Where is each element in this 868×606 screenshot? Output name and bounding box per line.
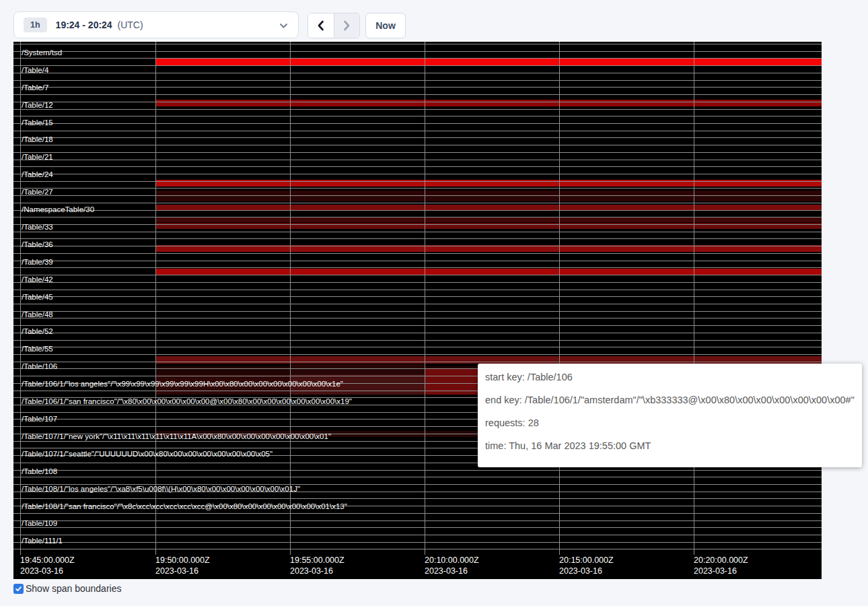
span-boundary-line xyxy=(13,87,822,88)
span-boundary-line xyxy=(13,282,822,283)
row-label: /Table/48 xyxy=(22,310,53,318)
axis-date: 2023-03-16 xyxy=(559,566,614,576)
span-boundary-line xyxy=(13,109,822,110)
row-label: /Table/107/1/"seattle"/"UUUUUUD\x00\x80\… xyxy=(22,450,273,458)
span-boundary-line xyxy=(13,58,822,59)
row-label: /Table/15 xyxy=(22,119,53,127)
tooltip-line: requests: 28 xyxy=(485,411,862,434)
span-boundary-line xyxy=(13,325,822,326)
row-label: /Table/36 xyxy=(22,240,53,248)
heat-band[interactable] xyxy=(156,356,822,364)
tooltip-line: time: Thu, 16 Mar 2023 19:55:00 GMT xyxy=(485,434,862,457)
time-boundary-line xyxy=(559,42,560,555)
row-label: /Table/39 xyxy=(22,258,53,266)
span-boundary-line xyxy=(13,145,822,145)
time-boundary-line xyxy=(20,42,21,555)
span-boundary-line xyxy=(13,102,822,102)
row-label: /Table/108 xyxy=(22,467,57,475)
span-boundary-line xyxy=(13,527,822,528)
span-boundary-line xyxy=(13,354,822,355)
span-boundary-line xyxy=(13,340,822,341)
axis-date: 2023-03-16 xyxy=(425,566,479,576)
span-boundary-line xyxy=(13,311,822,312)
chevron-down-icon xyxy=(279,23,288,29)
span-boundary-line xyxy=(13,347,822,347)
axis-time: 19:50:00.000Z xyxy=(155,556,210,565)
span-boundary-line xyxy=(13,246,822,246)
hover-tooltip: start key: /Table/106end key: /Table/106… xyxy=(478,364,862,467)
axis-tick-label: 20:10:00.000Z2023-03-16 xyxy=(425,556,479,576)
row-label: /Table/27 xyxy=(22,188,53,196)
span-boundary-line xyxy=(13,253,822,254)
span-boundary-line xyxy=(13,195,822,196)
row-label: /Table/107/1/"new york"/"\x11\x11\x11\x1… xyxy=(22,432,331,440)
row-label: /Table/7 xyxy=(22,83,48,92)
prev-time-button[interactable] xyxy=(308,13,334,38)
span-boundary-line xyxy=(13,232,822,232)
axis-date: 2023-03-16 xyxy=(290,566,345,576)
row-label: /Table/111/1 xyxy=(22,537,63,545)
span-boundary-line xyxy=(13,80,822,81)
span-boundary-line xyxy=(13,203,822,203)
span-boundary-line xyxy=(13,210,822,211)
span-boundary-line xyxy=(13,44,822,44)
axis-date: 2023-03-16 xyxy=(155,566,210,576)
axis-time: 20:10:00.000Z xyxy=(425,556,479,565)
time-range-dropdown[interactable]: 1h 19:24 - 20:24 (UTC) xyxy=(13,11,299,38)
row-label: /Table/106 xyxy=(22,362,57,370)
time-range-text: 19:24 - 20:24 (UTC) xyxy=(56,20,143,30)
show-span-boundaries-toggle[interactable]: Show span boundaries xyxy=(13,583,121,594)
axis-tick-label: 20:20:00.000Z2023-03-16 xyxy=(694,556,748,576)
row-label: /Table/52 xyxy=(22,327,53,335)
span-boundary-line xyxy=(13,160,822,160)
row-label: /Table/106/1/"los angeles"/"\x99\x99\x99… xyxy=(22,380,343,388)
row-label: /Table/45 xyxy=(22,293,53,301)
span-boundary-line xyxy=(13,131,822,131)
span-boundary-line xyxy=(13,304,822,304)
chevron-left-icon xyxy=(317,20,324,31)
span-boundary-line xyxy=(13,166,822,167)
row-label: /Table/55 xyxy=(22,345,53,353)
now-button[interactable]: Now xyxy=(365,13,406,38)
span-boundary-line xyxy=(13,261,822,261)
check-icon xyxy=(15,585,22,593)
span-boundary-line xyxy=(13,73,822,73)
show-span-boundaries-checkbox[interactable] xyxy=(13,584,24,594)
span-boundary-line xyxy=(13,296,822,297)
time-range-timezone: (UTC) xyxy=(118,20,143,30)
axis-tick-label: 19:45:00.000Z2023-03-16 xyxy=(20,556,75,576)
heat-band[interactable] xyxy=(156,59,822,65)
key-visualizer-canvas[interactable]: /System/tsd/Table/4/Table/7/Table/12/Tab… xyxy=(13,42,822,579)
span-boundary-line xyxy=(13,267,822,268)
span-boundary-line xyxy=(13,535,822,535)
heat-band[interactable] xyxy=(156,100,822,106)
span-boundary-line xyxy=(13,520,822,521)
span-boundary-line xyxy=(13,137,822,138)
chevron-right-icon xyxy=(343,20,351,31)
span-boundary-line xyxy=(13,477,822,477)
span-boundary-line xyxy=(13,318,822,318)
span-boundary-line xyxy=(13,65,822,66)
span-boundary-line xyxy=(13,513,822,514)
tooltip-line: end key: /Table/106/1/"amsterdam"/"\xb33… xyxy=(485,389,862,411)
axis-tick-label: 19:50:00.000Z2023-03-16 xyxy=(155,556,210,576)
span-boundary-line xyxy=(13,362,822,362)
span-boundary-line xyxy=(13,123,822,124)
time-range-value: 19:24 - 20:24 xyxy=(56,20,112,30)
next-time-button[interactable] xyxy=(334,13,360,38)
heat-band[interactable] xyxy=(291,364,425,374)
row-label: /Table/109 xyxy=(22,519,57,527)
span-boundary-line xyxy=(13,51,822,52)
span-boundary-line xyxy=(13,333,822,333)
span-boundary-line xyxy=(13,152,822,153)
span-boundary-line xyxy=(13,174,822,174)
tooltip-line: start key: /Table/106 xyxy=(485,366,862,389)
span-boundary-line xyxy=(13,290,822,290)
span-boundary-line xyxy=(13,275,822,275)
span-boundary-line xyxy=(13,116,822,116)
row-label: /Table/4 xyxy=(22,66,48,74)
span-boundary-line xyxy=(13,470,822,471)
row-label: /System/tsd xyxy=(22,48,62,57)
row-label: /Table/108/1/"los angeles"/"\xa8\xf5\u00… xyxy=(22,485,300,493)
axis-time: 20:15:00.000Z xyxy=(559,556,614,565)
